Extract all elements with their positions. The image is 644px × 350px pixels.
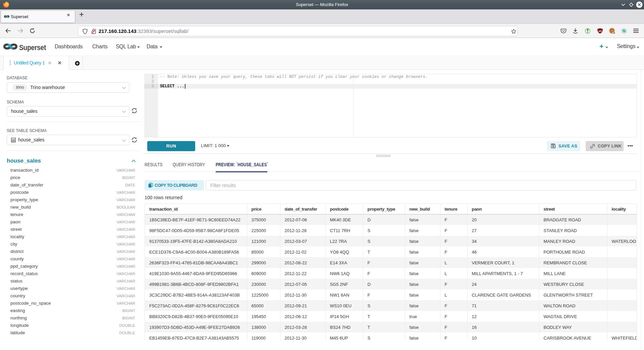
- svg-text:uO: uO: [598, 30, 602, 32]
